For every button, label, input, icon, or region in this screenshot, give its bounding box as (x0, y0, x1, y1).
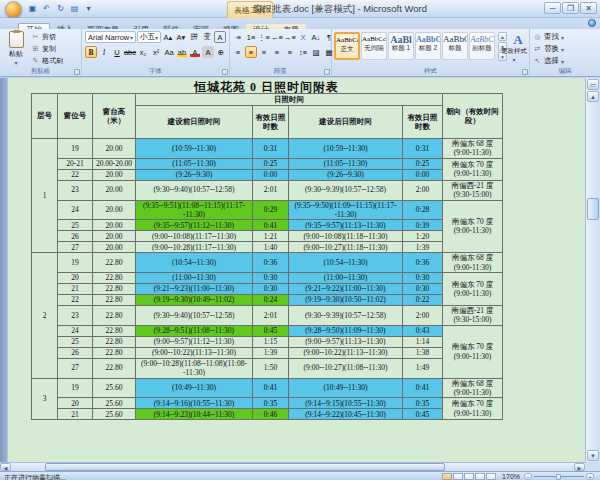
align-right-icon[interactable]: ≡ (258, 46, 270, 58)
cell-sill[interactable]: 22.80 (93, 273, 136, 284)
cell-window[interactable]: 27 (58, 242, 93, 253)
cell-after[interactable]: (9:21--9:22)(11:00--11:30) (289, 284, 403, 295)
cell-sill[interactable]: 20.00 (93, 231, 136, 242)
cell-window[interactable]: 26 (58, 347, 93, 358)
cell-orientation[interactable]: 南偏东 70 度(9:00-11:30) (443, 158, 503, 180)
cell-sill[interactable]: 22.80 (93, 336, 136, 347)
cell-sill[interactable]: 22.80 (93, 325, 136, 336)
cell-window[interactable]: 24 (58, 325, 93, 336)
cell-after[interactable]: (11:00--11:30) (289, 273, 403, 284)
cell-after[interactable]: (9:00--10:22)(11:13--11:30) (289, 347, 403, 358)
horizontal-scrollbar[interactable]: ◀ ▶ (0, 462, 585, 471)
cell-after[interactable]: (9:00--9:57)(11:13--11:30) (289, 336, 403, 347)
numbering-icon[interactable]: 1≡ (245, 31, 257, 43)
cell-sill[interactable]: 22.80 (93, 253, 136, 273)
change-styles-button[interactable]: A 更改样式 ▾ (499, 33, 529, 63)
cell-window[interactable]: 20 (58, 398, 93, 409)
cell-before[interactable]: (9:00--10:08)(11:17--11:30) (136, 231, 253, 242)
cell-before-hours[interactable]: 2:01 (253, 306, 289, 326)
cell-after-hours[interactable]: 0:25 (403, 158, 443, 169)
cell-orientation[interactable]: 南偏东 68 度(9:00-11:30) (443, 253, 503, 273)
header-after[interactable]: 建设后日照时间 (289, 106, 403, 139)
scroll-right-icon[interactable]: ▶ (574, 463, 585, 471)
cell-before[interactable]: (9:19--9:30)(10:49--11:02) (136, 295, 253, 306)
cell-window[interactable]: 20 (58, 273, 93, 284)
align-left-icon[interactable]: ≡ (232, 46, 244, 58)
cell-after-hours[interactable]: 0:28 (403, 200, 443, 220)
help-icon[interactable] (588, 19, 596, 27)
cell-before[interactable]: (9:28--9:51)(11:08--11:30) (136, 325, 253, 336)
cell-sill[interactable]: 22.80 (93, 347, 136, 358)
cell-after[interactable]: (9:00--10:27)(11:18--11:30) (289, 242, 403, 253)
cell-sill[interactable]: 25.60 (93, 398, 136, 409)
cell-after[interactable]: (9:30--9:39)(10:57--12:58) (289, 180, 403, 200)
scroll-up-icon[interactable]: ▲ (587, 91, 599, 102)
cell-orientation[interactable]: 南偏东 70 度(9:00-11:30) (443, 273, 503, 306)
cell-after[interactable]: (9:00--10:27)(11:08--11:30) (289, 358, 403, 378)
cell-after-hours[interactable]: 1:39 (403, 242, 443, 253)
cell-after-hours[interactable]: 0:30 (403, 284, 443, 295)
cell-after-hours[interactable]: 0:43 (403, 325, 443, 336)
cell-window[interactable]: 19 (58, 253, 93, 273)
cell-window[interactable]: 25 (58, 220, 93, 231)
cell-sill[interactable]: 20.00-20.00 (93, 158, 136, 169)
cell-before[interactable]: (10:54--11:30) (136, 253, 253, 273)
zoom-level[interactable]: 170% (502, 473, 520, 480)
header-orientation[interactable]: 朝向（有效时间段） (443, 94, 503, 139)
vertical-scroll-thumb[interactable] (587, 198, 599, 220)
cell-after-hours[interactable]: 1:38 (403, 347, 443, 358)
font-name-select[interactable]: Arial Narrow▾ (85, 31, 136, 43)
cell-before[interactable]: (9:14--9:23)(10:44--11:30) (136, 409, 253, 420)
cell-before-hours[interactable]: 0:46 (253, 409, 289, 420)
cell-after[interactable]: (9:26--9:30) (289, 169, 403, 180)
cell-after[interactable]: (10:59--11:30) (289, 139, 403, 159)
zoom-slider-thumb[interactable] (556, 474, 561, 480)
cell-before-hours[interactable]: 0:45 (253, 325, 289, 336)
cell-orientation[interactable]: 南偏东 68 度(9:00-11:30) (443, 139, 503, 159)
cell-before-hours[interactable]: 0:36 (253, 253, 289, 273)
cell-after[interactable]: (9:30--9:39)(10:57--12:58) (289, 306, 403, 326)
cell-window[interactable]: 23 (58, 306, 93, 326)
distributed-icon[interactable]: ≡ (284, 46, 296, 58)
copy-button[interactable]: ⊞复制 (31, 43, 63, 55)
cell-after-hours[interactable]: 0:41 (403, 378, 443, 398)
cell-after-hours[interactable]: 0:35 (403, 398, 443, 409)
cell-after[interactable]: (9:00--10:08)(11:18--11:30) (289, 231, 403, 242)
header-before[interactable]: 建设前日照时间 (136, 106, 253, 139)
cell-sill[interactable]: 25.60 (93, 378, 136, 398)
cell-after-hours[interactable]: 2:00 (403, 180, 443, 200)
subscript-icon[interactable]: x₂ (137, 46, 149, 58)
cell-after[interactable]: (9:14--9:15)(10:55--11:30) (289, 398, 403, 409)
scroll-down-icon[interactable]: ▼ (587, 450, 599, 461)
cell-window[interactable]: 21 (58, 409, 93, 420)
cell-after-hours[interactable]: 1:20 (403, 231, 443, 242)
cell-window[interactable]: 22 (58, 295, 93, 306)
header-floor[interactable]: 层号 (32, 94, 58, 139)
save-icon[interactable]: ▣ (26, 2, 39, 15)
document-page[interactable]: 恒城花苑 0 日照时间附表 层号 窗位号 窗台高（米） 日照时间 朝向（有效时间… (8, 78, 585, 462)
line-spacing-icon[interactable]: ↕≡ (297, 46, 309, 58)
cell-after-hours[interactable]: 0:00 (403, 169, 443, 180)
cell-sill[interactable]: 20.00 (93, 242, 136, 253)
cell-after-hours[interactable]: 2:00 (403, 306, 443, 326)
style-normal[interactable]: AaBbCcDc正文 (334, 32, 360, 60)
cell-before-hours[interactable]: 1:50 (253, 358, 289, 378)
superscript-icon[interactable]: x² (150, 46, 162, 58)
undo-icon[interactable]: ↶ (40, 2, 53, 15)
grow-font-icon[interactable]: A▴ (162, 31, 174, 43)
cell-sill[interactable]: 20.00 (93, 139, 136, 159)
bullets-icon[interactable]: ∙≡ (232, 31, 244, 43)
asian-layout-icon[interactable]: X (297, 31, 309, 43)
cell-sill[interactable]: 20.00 (93, 169, 136, 180)
cell-orientation[interactable]: 南偏东 70 度(9:00-11:30) (443, 200, 503, 253)
office-button-icon[interactable] (5, 1, 22, 18)
find-button[interactable]: ◎查找▾ (530, 31, 600, 43)
cell-before[interactable]: (9:35--9:57)(11:12--11:30) (136, 220, 253, 231)
shrink-font-icon[interactable]: A▾ (175, 31, 187, 43)
cut-button[interactable]: ✂剪切 (31, 31, 63, 43)
cell-window[interactable]: 19 (58, 139, 93, 159)
cell-sill[interactable]: 20.00 (93, 220, 136, 231)
sort-icon[interactable]: A↓ (310, 31, 322, 43)
cell-before[interactable]: (9:35--9:51)(11:08--11:15)(11:17--11:30) (136, 200, 253, 220)
style-subtitle[interactable]: AaBbC副标题 (469, 32, 495, 60)
